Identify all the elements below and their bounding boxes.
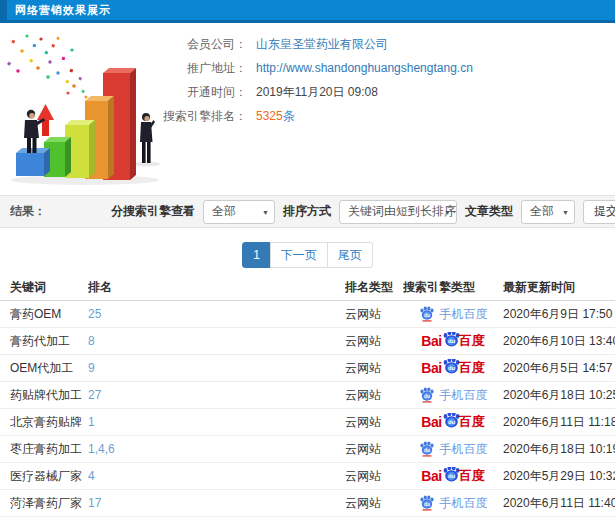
table-row: OEM代加工 9 云网站 Bai du 百度 du 手机百度 2020年6月5日… bbox=[0, 355, 615, 382]
rank-type-cell: 云网站 bbox=[345, 414, 403, 431]
svg-text:du: du bbox=[424, 501, 430, 506]
table-row: 菏泽膏药厂家 17 云网站 Bai du 百度 du 手机百度 2020年6月1… bbox=[0, 490, 615, 517]
info-row-rank-count: 搜索引擎排名： 5325 条 bbox=[135, 105, 473, 127]
keyword-cell: 医疗器械厂家 bbox=[10, 468, 88, 485]
keyword-cell: 膏药代加工 bbox=[10, 333, 88, 350]
rank-cell[interactable]: 4 bbox=[88, 469, 345, 483]
rank-cell[interactable]: 1,4,6 bbox=[88, 442, 345, 456]
col-rank: 排名 bbox=[88, 279, 345, 296]
updated-cell: 2020年6月18日 10:19 bbox=[503, 441, 615, 458]
promo-url-link[interactable]: http://www.shandonghuangshengtang.cn bbox=[256, 61, 473, 75]
company-info: 会员公司： 山东皇圣堂药业有限公司 推广地址： http://www.shand… bbox=[135, 33, 473, 127]
open-time-label: 开通时间： bbox=[135, 84, 247, 101]
rank-cell[interactable]: 25 bbox=[88, 307, 345, 321]
engine-view-select[interactable]: 全部 ▼ bbox=[203, 200, 275, 224]
next-page-button[interactable]: 下一页 bbox=[270, 242, 328, 268]
submit-button[interactable]: 提交 bbox=[583, 200, 615, 224]
sort-select[interactable]: 关键词由短到长排序 ▼ bbox=[339, 200, 457, 224]
marketing-report-page: 网络营销效果展示 bbox=[0, 0, 615, 520]
rank-type-cell: 云网站 bbox=[345, 306, 403, 323]
search-engine-cell: Bai du 百度 du 手机百度 bbox=[403, 441, 503, 458]
rank-cell[interactable]: 8 bbox=[88, 334, 345, 348]
mobile-baidu-paw-icon: du bbox=[419, 495, 435, 511]
article-type-select[interactable]: 全部 ▼ bbox=[521, 200, 575, 224]
filter-controls: 分搜索引擎查看 全部 ▼ 排序方式 关键词由短到长排序 ▼ 文章类型 全部 ▼ … bbox=[111, 200, 615, 224]
chevron-down-icon: ▼ bbox=[562, 208, 569, 215]
col-keyword: 关键词 bbox=[10, 279, 88, 296]
search-engine-cell: Bai du 百度 du 手机百度 bbox=[403, 387, 503, 404]
mobile-baidu-logo: du 手机百度 bbox=[419, 441, 488, 458]
mobile-baidu-paw-icon: du bbox=[419, 387, 435, 403]
mobile-baidu-logo: du 手机百度 bbox=[419, 306, 488, 323]
engine-view-label: 分搜索引擎查看 bbox=[111, 203, 195, 220]
header-left-edge bbox=[0, 0, 7, 23]
keyword-cell: OEM代加工 bbox=[10, 360, 88, 377]
table-row: 医疗器械厂家 4 云网站 Bai du 百度 du 手机百度 2020年5月29… bbox=[0, 463, 615, 490]
company-link[interactable]: 山东皇圣堂药业有限公司 bbox=[256, 36, 388, 53]
baidu-logo: Bai du 百度 bbox=[421, 332, 484, 350]
svg-text:du: du bbox=[424, 393, 430, 398]
rank-cell[interactable]: 17 bbox=[88, 496, 345, 510]
info-section: 会员公司： 山东皇圣堂药业有限公司 推广地址： http://www.shand… bbox=[0, 23, 615, 193]
info-row-company: 会员公司： 山东皇圣堂药业有限公司 bbox=[135, 33, 473, 55]
svg-text:du: du bbox=[424, 312, 430, 317]
search-engine-cell: Bai du 百度 du 手机百度 bbox=[403, 495, 503, 512]
updated-cell: 2020年6月11日 11:18 bbox=[503, 414, 615, 431]
col-updated: 最新更新时间 bbox=[503, 279, 615, 296]
baidu-logo: Bai du 百度 bbox=[421, 359, 484, 377]
rank-cell[interactable]: 1 bbox=[88, 415, 345, 429]
keyword-cell: 膏药OEM bbox=[10, 306, 88, 323]
company-label: 会员公司： bbox=[135, 36, 247, 53]
keyword-cell: 菏泽膏药厂家 bbox=[10, 495, 88, 512]
table-row: 枣庄膏药加工 1,4,6 云网站 Bai du 百度 du 手机百度 2020年… bbox=[0, 436, 615, 463]
pagination: 1 下一页 尾页 bbox=[0, 238, 615, 272]
article-type-label: 文章类型 bbox=[465, 203, 513, 220]
engine-view-selected: 全部 bbox=[212, 203, 236, 220]
info-row-url: 推广地址： http://www.shandonghuangshengtang.… bbox=[135, 57, 473, 79]
rank-cell[interactable]: 9 bbox=[88, 361, 345, 375]
rank-type-cell: 云网站 bbox=[345, 495, 403, 512]
mobile-baidu-logo: du 手机百度 bbox=[419, 495, 488, 512]
updated-cell: 2020年6月18日 10:25 bbox=[503, 387, 615, 404]
table-row: 药贴牌代加工 27 云网站 Bai du 百度 du 手机百度 2020年6月1… bbox=[0, 382, 615, 409]
sort-selected: 关键词由短到长排序 bbox=[348, 203, 456, 220]
mobile-baidu-paw-icon: du bbox=[419, 306, 435, 322]
table-header-row: 关键词 排名 排名类型 搜索引擎类型 最新更新时间 bbox=[0, 274, 615, 301]
updated-cell: 2020年5月29日 10:32 bbox=[503, 468, 615, 485]
rank-count-unit: 条 bbox=[283, 108, 295, 125]
col-rank-type: 排名类型 bbox=[345, 279, 403, 296]
page-1-button[interactable]: 1 bbox=[242, 242, 271, 268]
rank-type-cell: 云网站 bbox=[345, 333, 403, 350]
ranking-table: 关键词 排名 排名类型 搜索引擎类型 最新更新时间 膏药OEM 25 云网站 B… bbox=[0, 274, 615, 517]
promo-url-label: 推广地址： bbox=[135, 60, 247, 77]
updated-cell: 2020年6月5日 14:57 bbox=[503, 360, 615, 377]
svg-text:du: du bbox=[424, 447, 430, 452]
updated-cell: 2020年6月11日 11:40 bbox=[503, 495, 615, 512]
mobile-baidu-logo: du 手机百度 bbox=[419, 387, 488, 404]
table-row: 北京膏药贴牌 1 云网站 Bai du 百度 du 手机百度 2020年6月11… bbox=[0, 409, 615, 436]
search-engine-cell: Bai du 百度 du 手机百度 bbox=[403, 413, 503, 431]
up-arrow bbox=[37, 104, 54, 136]
filter-bar: 结果： 分搜索引擎查看 全部 ▼ 排序方式 关键词由短到长排序 ▼ 文章类型 全… bbox=[0, 195, 615, 228]
rank-cell[interactable]: 27 bbox=[88, 388, 345, 402]
baidu-logo: Bai du 百度 bbox=[421, 413, 484, 431]
open-time-value: 2019年11月20日 09:08 bbox=[256, 84, 378, 101]
keyword-cell: 枣庄膏药加工 bbox=[10, 441, 88, 458]
rank-type-cell: 云网站 bbox=[345, 387, 403, 404]
svg-text:du: du bbox=[448, 338, 456, 344]
chevron-down-icon: ▼ bbox=[262, 208, 269, 215]
page-header: 网络营销效果展示 bbox=[0, 0, 615, 23]
rank-count-label: 搜索引擎排名： bbox=[135, 108, 247, 125]
search-engine-cell: Bai du 百度 du 手机百度 bbox=[403, 359, 503, 377]
table-row: 膏药代加工 8 云网站 Bai du 百度 du 手机百度 2020年6月10日… bbox=[0, 328, 615, 355]
svg-text:du: du bbox=[448, 365, 456, 371]
rank-type-cell: 云网站 bbox=[345, 468, 403, 485]
updated-cell: 2020年6月9日 17:50 bbox=[503, 306, 615, 323]
last-page-button[interactable]: 尾页 bbox=[327, 242, 373, 268]
rank-type-cell: 云网站 bbox=[345, 360, 403, 377]
result-label: 结果： bbox=[10, 203, 46, 220]
sort-label: 排序方式 bbox=[283, 203, 331, 220]
article-type-selected: 全部 bbox=[530, 203, 554, 220]
updated-cell: 2020年6月10日 13:40 bbox=[503, 333, 615, 350]
mobile-baidu-paw-icon: du bbox=[419, 441, 435, 457]
